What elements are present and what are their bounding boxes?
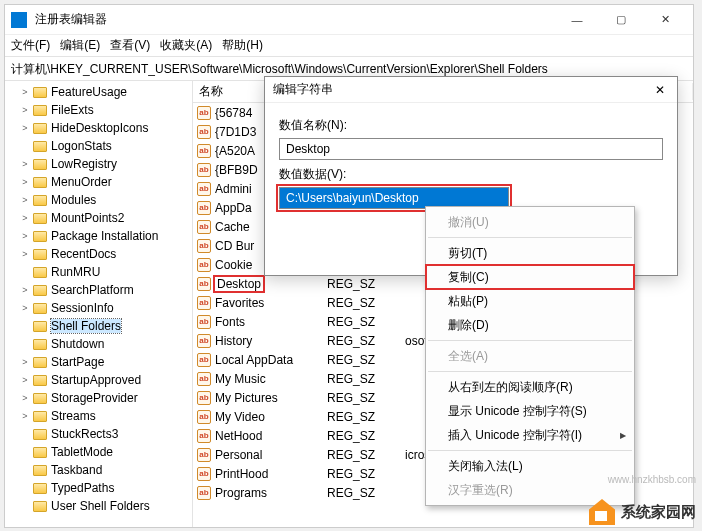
folder-icon — [33, 285, 47, 296]
tree-item[interactable]: >FileExts — [5, 101, 192, 119]
ctx-delete[interactable]: 删除(D) — [426, 313, 634, 337]
tree-item[interactable]: >FeatureUsage — [5, 83, 192, 101]
string-icon: ab — [197, 486, 211, 500]
value-type: REG_SZ — [321, 277, 399, 291]
chevron-icon: > — [21, 249, 29, 259]
ctx-selectall[interactable]: 全选(A) — [426, 344, 634, 368]
ctx-paste[interactable]: 粘贴(P) — [426, 289, 634, 313]
value-name: Cache — [215, 220, 250, 234]
ctx-undo[interactable]: 撤消(U) — [426, 210, 634, 234]
tree-item-label: StartPage — [51, 355, 104, 369]
tree-item[interactable]: >Package Installation — [5, 227, 192, 245]
value-name-input[interactable] — [279, 138, 663, 160]
tree-item[interactable]: LogonStats — [5, 137, 192, 155]
ctx-separator — [428, 371, 632, 372]
tree-item[interactable]: >MenuOrder — [5, 173, 192, 191]
string-icon: ab — [197, 239, 211, 253]
folder-icon — [33, 357, 47, 368]
minimize-button[interactable]: — — [555, 6, 599, 34]
tree-item-label: StartupApproved — [51, 373, 141, 387]
context-menu: 撤消(U) 剪切(T) 复制(C) 粘贴(P) 删除(D) 全选(A) 从右到左… — [425, 206, 635, 506]
tree-item-label: HideDesktopIcons — [51, 121, 148, 135]
string-icon: ab — [197, 391, 211, 405]
window-title: 注册表编辑器 — [35, 11, 555, 28]
menu-file[interactable]: 文件(F) — [11, 37, 50, 54]
chevron-icon: > — [21, 213, 29, 223]
tree-item-label: User Shell Folders — [51, 499, 150, 513]
tree-item[interactable]: User Shell Folders — [5, 497, 192, 515]
tree-item[interactable]: >LowRegistry — [5, 155, 192, 173]
value-name: My Pictures — [215, 391, 278, 405]
dialog-close-button[interactable]: ✕ — [651, 83, 669, 97]
ctx-insert-unicode[interactable]: 插入 Unicode 控制字符(I) — [426, 423, 634, 447]
ctx-rtl[interactable]: 从右到左的阅读顺序(R) — [426, 375, 634, 399]
string-icon: ab — [197, 125, 211, 139]
ctx-close-ime[interactable]: 关闭输入法(L) — [426, 454, 634, 478]
ctx-show-unicode[interactable]: 显示 Unicode 控制字符(S) — [426, 399, 634, 423]
string-icon: ab — [197, 410, 211, 424]
chevron-icon: > — [21, 159, 29, 169]
tree-item[interactable]: Shell Folders — [5, 317, 192, 335]
string-icon: ab — [197, 182, 211, 196]
value-name: Desktop — [215, 277, 263, 291]
tree-item-label: MenuOrder — [51, 175, 112, 189]
dialog-titlebar[interactable]: 编辑字符串 ✕ — [265, 77, 677, 103]
tree-item[interactable]: >MountPoints2 — [5, 209, 192, 227]
tree-item-label: Shutdown — [51, 337, 104, 351]
tree-item[interactable]: >SearchPlatform — [5, 281, 192, 299]
value-name: AppDa — [215, 201, 252, 215]
ctx-separator — [428, 340, 632, 341]
tree-item-label: LowRegistry — [51, 157, 117, 171]
value-name: Admini — [215, 182, 252, 196]
chevron-icon: > — [21, 177, 29, 187]
tree-item[interactable]: >StartupApproved — [5, 371, 192, 389]
menu-view[interactable]: 查看(V) — [110, 37, 150, 54]
value-type: REG_SZ — [321, 391, 399, 405]
string-icon: ab — [197, 106, 211, 120]
watermark-text: 系统家园网 — [621, 503, 696, 522]
ctx-copy[interactable]: 复制(C) — [426, 265, 634, 289]
folder-icon — [33, 267, 47, 278]
tree-item[interactable]: >StorageProvider — [5, 389, 192, 407]
value-name: Programs — [215, 486, 267, 500]
folder-icon — [33, 177, 47, 188]
folder-icon — [33, 483, 47, 494]
menu-edit[interactable]: 编辑(E) — [60, 37, 100, 54]
tree-item[interactable]: >HideDesktopIcons — [5, 119, 192, 137]
tree-item[interactable]: StuckRects3 — [5, 425, 192, 443]
ctx-separator — [428, 450, 632, 451]
ctx-separator — [428, 237, 632, 238]
folder-icon — [33, 429, 47, 440]
tree-pane[interactable]: >FeatureUsage>FileExts>HideDesktopIconsL… — [5, 81, 193, 527]
string-icon: ab — [197, 277, 211, 291]
app-icon — [11, 12, 27, 28]
tree-item[interactable]: >SessionInfo — [5, 299, 192, 317]
close-button[interactable]: ✕ — [643, 6, 687, 34]
tree-item-label: MountPoints2 — [51, 211, 124, 225]
value-name: History — [215, 334, 252, 348]
value-name: CD Bur — [215, 239, 254, 253]
tree-item[interactable]: Shutdown — [5, 335, 192, 353]
string-icon: ab — [197, 372, 211, 386]
tree-item-label: Streams — [51, 409, 96, 423]
maximize-button[interactable]: ▢ — [599, 6, 643, 34]
menu-favorites[interactable]: 收藏夹(A) — [160, 37, 212, 54]
tree-item[interactable]: TabletMode — [5, 443, 192, 461]
tree-item[interactable]: >StartPage — [5, 353, 192, 371]
ctx-cut[interactable]: 剪切(T) — [426, 241, 634, 265]
menu-help[interactable]: 帮助(H) — [222, 37, 263, 54]
tree-item[interactable]: >RecentDocs — [5, 245, 192, 263]
tree-item[interactable]: >Streams — [5, 407, 192, 425]
folder-icon — [33, 231, 47, 242]
tree-item[interactable]: RunMRU — [5, 263, 192, 281]
folder-icon — [33, 321, 47, 332]
dialog-body: 数值名称(N): 数值数据(V): — [265, 103, 677, 217]
folder-icon — [33, 159, 47, 170]
tree-item[interactable]: >Modules — [5, 191, 192, 209]
string-icon: ab — [197, 163, 211, 177]
tree-item[interactable]: Taskband — [5, 461, 192, 479]
tree-item[interactable]: TypedPaths — [5, 479, 192, 497]
folder-icon — [33, 411, 47, 422]
titlebar[interactable]: 注册表编辑器 — ▢ ✕ — [5, 5, 693, 35]
chevron-icon: > — [21, 303, 29, 313]
